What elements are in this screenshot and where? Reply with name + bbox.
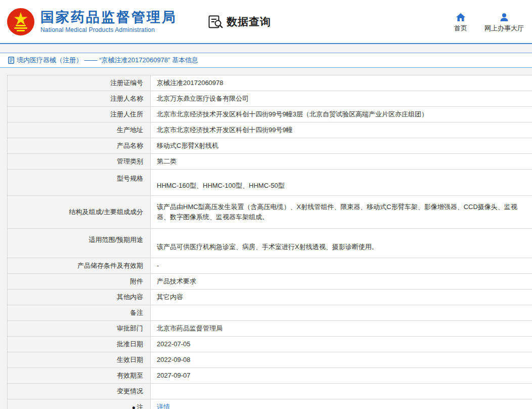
detail-link[interactable]: 详情 [157,402,170,409]
row-value: 北京万东鼎立医疗设备有限公司 [151,91,532,106]
row-label: 生产地址 [8,122,151,138]
row-value: 详情 [151,399,532,409]
row-label: 生效日期 [8,352,151,367]
row-label: 注册证编号 [8,75,151,91]
table-row: 批准日期2022-07-05 [8,337,532,352]
org-name-en: National Medical Products Administration [40,26,177,33]
table-row: 生产地址北京市北京经济技术开发区科创十四街99号9幢 [8,122,532,138]
table-row: 生效日期2022-09-08 [8,352,532,368]
nav-home[interactable]: 首页 [454,13,467,33]
registration-info-table: 注册证编号京械注准20172060978注册人名称北京万东鼎立医疗设备有限公司注… [7,75,532,409]
row-label: 管理类别 [8,154,151,169]
home-icon [456,13,465,21]
row-label: 型号规格 [8,170,151,195]
row-value: 2022-07-05 [151,337,532,352]
nav-service-hall-label: 网上办事大厅 [484,24,524,33]
row-value: 2027-09-07 [151,368,532,383]
row-label: 注册人住所 [8,107,151,122]
table-row: 备注 [8,305,532,321]
document-icon [8,57,14,64]
national-emblem-logo [7,8,34,35]
row-value: 其它内容 [151,290,532,305]
row-label: 产品储存条件及有效期 [8,258,151,273]
site-header: 国家药品监督管理局 National Medical Products Admi… [0,0,532,43]
row-label: 审批部门 [8,321,151,336]
table-row: 有效期至2027-09-07 [8,368,532,384]
row-label: 附件 [8,274,151,289]
org-name-cn: 国家药品监督管理局 [40,10,177,25]
table-row: 附件产品技术要求 [8,274,532,290]
table-row: 变更情况 [8,384,532,399]
row-label: 有效期至 [8,368,151,383]
row-value: 移动式C形臂X射线机 [151,138,532,153]
nav-service-hall[interactable]: 网上办事大厅 [484,13,524,33]
table-row: 审批部门北京市药品监督管理局 [8,321,532,337]
table-row: 其他内容其它内容 [8,290,532,305]
row-value: - [151,258,532,273]
table-row: ●注详情 [8,399,532,409]
table-row: 注册证编号京械注准20172060978 [8,75,532,91]
row-value: 京械注准20172060978 [151,75,532,91]
table-row: 管理类别第二类 [8,154,532,170]
row-value: 2022-09-08 [151,352,532,367]
note-bullet-icon: ● [132,404,136,409]
row-value [151,384,532,399]
row-label: 其他内容 [8,290,151,305]
breadcrumb: 境内医疗器械（注册） —— “京械注准20172060978” 基本信息 [0,53,532,68]
table-row: 产品储存条件及有效期- [8,258,532,274]
row-label: ●注 [8,399,151,409]
header-divider [0,43,532,44]
row-label: 结构及组成/主要组成成分 [8,196,151,228]
person-icon [500,13,509,21]
row-value: 第二类 [151,154,532,169]
row-value: 该产品可供医疗机构急诊室、病房、手术室进行X射线透视、摄影诊断使用。 [151,229,532,258]
row-label: 注册人名称 [8,91,151,106]
row-label: 变更情况 [8,384,151,399]
row-label: 备注 [8,305,151,320]
row-value: 北京市北京经济技术开发区科创十四街99号9幢 [151,122,532,138]
brand: 国家药品监督管理局 National Medical Products Admi… [7,8,177,35]
table-row: 注册人住所北京市北京经济技术开发区科创十四街99号9幢3层（北京自贸试验区高端产… [8,107,532,122]
nav-home-label: 首页 [454,24,467,33]
row-value: 北京市药品监督管理局 [151,321,532,336]
top-nav: 首页 网上办事大厅 [454,10,524,33]
table-row: 结构及组成/主要组成成分该产品由HMC型高压发生装置（含高压电缆）、X射线管组件… [8,196,532,229]
table-row: 适用范围/预期用途该产品可供医疗机构急诊室、病房、手术室进行X射线透视、摄影诊断… [8,229,532,258]
row-value: 产品技术要求 [151,274,532,289]
data-query-label: 数据查询 [227,15,271,29]
row-label: 适用范围/预期用途 [8,229,151,258]
table-row: 产品名称移动式C形臂X射线机 [8,138,532,154]
row-label: 批准日期 [8,337,151,352]
row-value: 该产品由HMC型高压发生装置（含高压电缆）、X射线管组件、限束器、移动式C形臂车… [151,196,532,228]
row-value: HHMC-160型、HHMC-100型、HHMC-50型 [151,170,532,195]
data-query-link[interactable]: 数据查询 [208,15,271,29]
data-query-icon [208,15,224,28]
breadcrumb-text: 境内医疗器械（注册） —— “京械注准20172060978” 基本信息 [17,56,198,65]
brand-text: 国家药品监督管理局 National Medical Products Admi… [40,10,177,33]
row-label: 产品名称 [8,138,151,153]
row-value: 北京市北京经济技术开发区科创十四街99号9幢3层（北京自贸试验区高端产业片区亦庄… [151,107,532,122]
table-row: 注册人名称北京万东鼎立医疗设备有限公司 [8,91,532,107]
row-value [151,305,532,320]
table-row: 型号规格HHMC-160型、HHMC-100型、HHMC-50型 [8,170,532,196]
